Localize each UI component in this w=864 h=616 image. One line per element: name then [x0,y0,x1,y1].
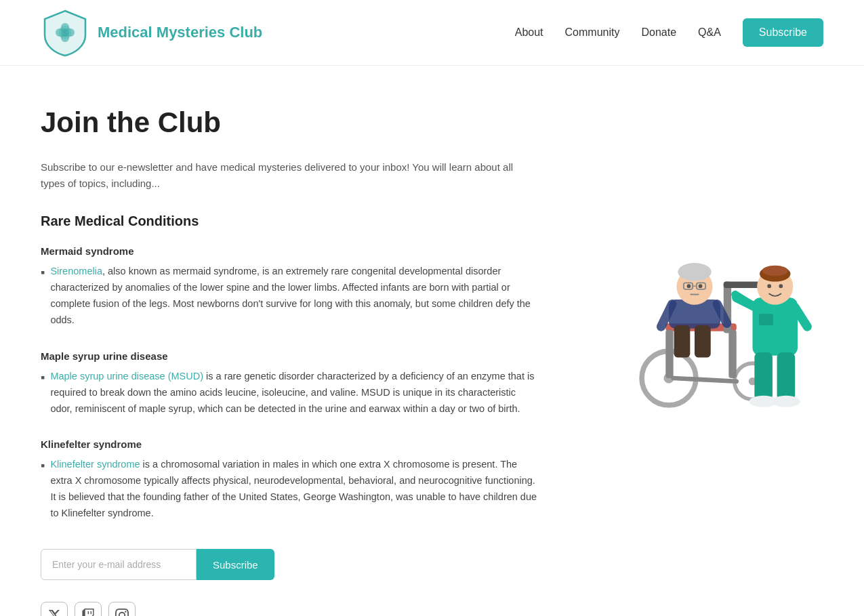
instagram-icon [115,609,129,616]
svg-rect-35 [777,352,796,401]
main-content: Join the Club Subscribe to our e-newslet… [0,66,864,616]
nav-community[interactable]: Community [565,26,620,39]
bullet-icon-klinefelter: ▪ [41,457,45,475]
svg-point-17 [678,263,711,281]
condition-link-mermaid[interactable]: Sirenomelia [50,266,102,276]
condition-desc-mermaid: , also known as mermaid syndrome, is an … [50,266,531,325]
condition-klinefelter: Klinefelter syndrome ▪ Klinefelter syndr… [41,438,539,522]
condition-text-msud: Maple syrup urine disease (MSUD) is a ra… [50,369,539,417]
twitch-icon-button[interactable] [75,602,102,616]
svg-rect-10 [728,330,736,378]
content-column: Join the Club Subscribe to our e-newslet… [41,106,539,616]
bullet-icon-msud: ▪ [41,369,45,387]
svg-point-37 [772,396,800,407]
condition-msud: Maple syrup urine disease ▪ Maple syrup … [41,350,539,417]
svg-rect-9 [665,330,673,378]
site-header: $ Medical Mysteries Club About Community… [0,0,864,66]
condition-link-klinefelter[interactable]: Klinefelter syndrome [50,459,140,470]
intro-text: Subscribe to our e-newsletter and have m… [41,159,539,192]
condition-text-mermaid: Sirenomelia, also known as mermaid syndr… [50,264,539,329]
logo-icon: $ [41,8,89,57]
condition-title-mermaid: Mermaid syndrome [41,245,539,257]
svg-point-33 [779,284,783,288]
svg-point-18 [687,284,691,288]
logo-link[interactable]: $ Medical Mysteries Club [41,8,262,57]
section-title: Rare Medical Conditions [41,213,539,229]
logo-title: Medical Mysteries Club [98,24,262,41]
page-title: Join the Club [41,106,539,139]
bullet-icon-mermaid: ▪ [41,264,45,282]
svg-line-11 [674,378,737,382]
twitch-icon [81,609,95,616]
condition-title-klinefelter: Klinefelter syndrome [41,438,539,450]
svg-line-39 [735,295,756,308]
svg-rect-34 [754,352,773,401]
instagram-icon-button[interactable] [108,602,136,616]
hero-illustration [566,134,823,411]
email-input[interactable] [41,549,197,580]
form-subscribe-button[interactable]: Subscribe [197,549,274,580]
svg-rect-24 [674,325,691,357]
social-icons-row [41,602,539,616]
condition-item-klinefelter: ▪ Klinefelter syndrome is a chromosomal … [41,457,539,522]
svg-text:$: $ [62,28,68,38]
condition-mermaid: Mermaid syndrome ▪ Sirenomelia, also kno… [41,245,539,329]
main-nav: About Community Donate Q&A Subscribe [515,18,823,47]
svg-point-31 [762,266,788,276]
condition-link-msud[interactable]: Maple syrup urine disease (MSUD) [50,371,203,382]
illustration-column [566,106,823,616]
condition-text-klinefelter: Klinefelter syndrome is a chromosomal va… [50,457,539,522]
nav-about[interactable]: About [515,26,543,39]
condition-item-msud: ▪ Maple syrup urine disease (MSUD) is a … [41,369,539,417]
condition-item-mermaid: ▪ Sirenomelia, also known as mermaid syn… [41,264,539,329]
condition-title-msud: Maple syrup urine disease [41,350,539,362]
svg-rect-41 [759,314,773,325]
email-form: Subscribe [41,549,539,580]
header-subscribe-button[interactable]: Subscribe [743,18,823,47]
twitter-icon [47,609,61,616]
svg-point-32 [767,284,771,288]
nav-donate[interactable]: Donate [641,26,676,39]
svg-point-19 [699,284,703,288]
nav-qa[interactable]: Q&A [698,26,721,39]
svg-rect-25 [695,325,711,357]
twitter-icon-button[interactable] [41,602,68,616]
